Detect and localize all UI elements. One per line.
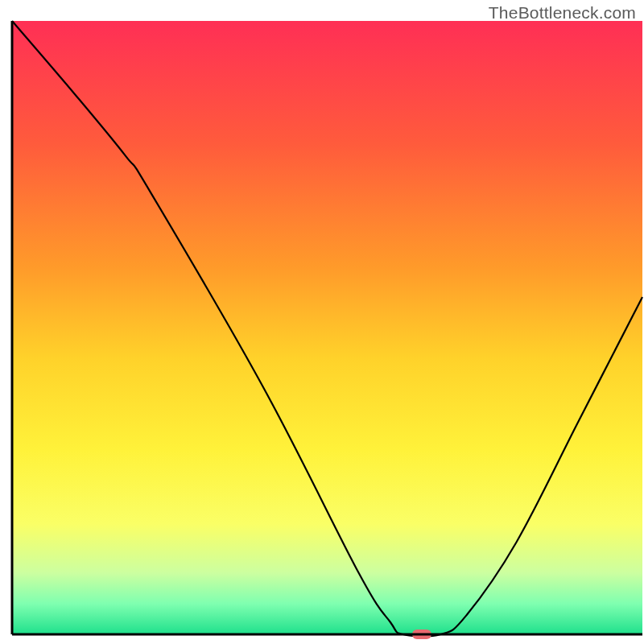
bottleneck-chart	[0, 0, 644, 644]
gradient-background	[12, 21, 642, 634]
chart-container: { "watermark": "TheBottleneck.com", "cha…	[0, 0, 644, 644]
watermark-text: TheBottleneck.com	[489, 3, 636, 23]
